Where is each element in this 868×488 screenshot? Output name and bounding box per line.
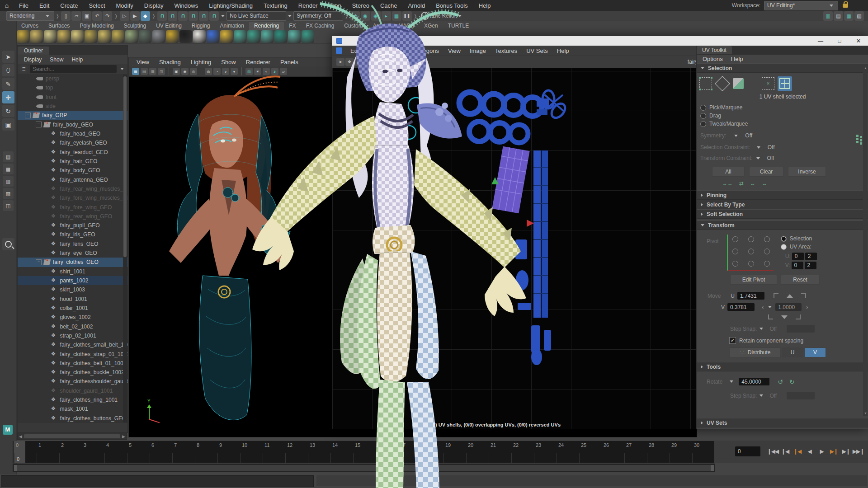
outliner-item[interactable]: − fairy_clothes_buttons_GEO (18, 414, 127, 423)
menu-item[interactable]: File (14, 2, 34, 9)
pivot-v-max-field[interactable]: 2 (805, 262, 816, 269)
minimize-button[interactable]: — (811, 38, 830, 44)
outliner-item[interactable]: − fairy_eyelash_GEO (18, 138, 127, 147)
outliner-item[interactable]: − skirt_1003 (18, 285, 127, 294)
retain-spacing-checkbox[interactable]: ✓ (729, 337, 736, 344)
symmetry-value[interactable]: Off (745, 132, 752, 139)
pane-layout-icon[interactable]: ▥ (3, 176, 14, 187)
outliner-item[interactable]: − fairy_head_GEO (18, 129, 127, 138)
pivot-selection-option[interactable]: Selection (781, 235, 817, 243)
selection-constraint-value[interactable]: Off (768, 144, 775, 150)
pivot-u-min-field[interactable]: 0 (792, 253, 804, 260)
section-selection[interactable]: Selection (697, 63, 868, 73)
search-input[interactable]: Search... (30, 65, 117, 73)
select-clear-button[interactable]: Clear (749, 167, 783, 177)
paint-select-tool-icon[interactable]: ✎ (2, 78, 14, 90)
tool-settings-toggle-icon[interactable]: ▤ (834, 11, 843, 21)
nudge-left-icon[interactable]: ‹ (762, 304, 764, 310)
nudge-up-left-icon[interactable] (774, 293, 778, 298)
step-back-frame-button[interactable]: ❙◀ (779, 446, 791, 457)
reset-pivot-button[interactable]: Reset (781, 275, 820, 285)
chevron-down-icon[interactable] (756, 157, 760, 160)
shelf-light-icon[interactable] (112, 30, 124, 43)
distribute-v-button[interactable]: V (804, 347, 826, 357)
outliner-item[interactable]: − gloves_1002 (18, 313, 127, 322)
edit-pivot-button[interactable]: Edit Pivot (730, 275, 777, 285)
toolkit-scrollbar[interactable]: ▲ ▼ (863, 66, 868, 416)
outliner-item[interactable]: − fairy_clothesshoulder_gaurd_ (18, 377, 127, 386)
shelf-shader-ball-icon[interactable] (179, 30, 192, 43)
select-border-icon[interactable]: ↔ (750, 180, 755, 187)
rotate-cw-icon[interactable]: ↻ (789, 378, 795, 385)
selection-mode-option[interactable]: Drag (700, 112, 868, 120)
current-time-field[interactable]: 0 (735, 446, 760, 456)
expander-icon[interactable]: − (36, 259, 42, 265)
shelf-light-icon[interactable] (57, 30, 70, 43)
shelf-tab[interactable]: Sculpting (119, 22, 151, 30)
filter-icon[interactable]: ☰ (20, 65, 28, 73)
shelf-shader-ball-icon[interactable] (166, 30, 179, 43)
pivot-u-max-field[interactable]: 2 (805, 253, 817, 260)
shelf-tab[interactable]: Curves (16, 22, 43, 30)
outliner-item[interactable]: − fairy_eye_GEO (18, 249, 127, 258)
pane-layout-icon[interactable]: ▧ (3, 188, 14, 199)
modeling-toolkit-toggle-icon[interactable]: ▧ (854, 11, 864, 21)
shelf-shader-ball-icon[interactable] (193, 30, 206, 43)
outliner-item[interactable]: − fairy_fore_wing_muscles_GEO (18, 193, 127, 202)
shelf-camera-icon[interactable] (125, 30, 138, 43)
scale-tool-icon[interactable]: ▣ (2, 118, 14, 131)
move-step-snap-value[interactable]: Off (769, 326, 777, 332)
outliner-item[interactable]: − fairy_antenna_GEO (18, 175, 127, 184)
outliner-item[interactable]: − mask_1001 (18, 404, 127, 413)
single-pane-layout-icon[interactable]: ▤ (3, 151, 14, 162)
rotate-tool-icon[interactable]: ↻ (2, 105, 14, 117)
expander-icon[interactable]: − (25, 113, 31, 118)
menu-item[interactable]: Create (55, 2, 83, 9)
chevron-down-icon[interactable] (760, 394, 763, 397)
shelf-light-icon[interactable] (98, 30, 111, 43)
save-scene-icon[interactable]: ▣ (82, 11, 91, 21)
outliner-item[interactable]: − fairy_body_GEO (18, 120, 127, 129)
close-button[interactable]: ✕ (849, 38, 868, 44)
shelf-light-icon[interactable] (17, 30, 29, 43)
rotate-step-snap-value[interactable]: Off (769, 393, 777, 399)
shelf-light-icon[interactable] (85, 30, 97, 43)
outliner-item[interactable]: − shoulder_gaurd_1001 (18, 386, 127, 395)
lasso-tool-icon[interactable]: ⬯ (2, 64, 14, 76)
shelf-tab[interactable]: Rigging (187, 22, 215, 30)
workspace-lock-icon[interactable] (843, 4, 848, 8)
menu-item[interactable]: Modify (111, 2, 139, 9)
nudge-down-left-icon[interactable] (768, 314, 773, 319)
select-component-icon[interactable]: ◆ (141, 11, 150, 21)
outliner-item[interactable]: − hood_1001 (18, 295, 127, 304)
distribute-u-button[interactable]: U (782, 347, 803, 357)
selection-mode-option[interactable]: Pick/Marquee (700, 103, 868, 112)
outliner-item[interactable]: − fairy_clothes_small_belt_1002 (18, 340, 127, 349)
shelf-shader-ball-icon[interactable] (207, 30, 219, 43)
nudge-right-icon[interactable]: › (806, 304, 808, 310)
outliner-menu[interactable]: Help (68, 56, 86, 63)
outliner-item[interactable]: − fairy_clothes_buckle_1002 (18, 368, 127, 377)
outliner-item[interactable]: − fairy_clothes_belt_01_1002 (18, 359, 127, 368)
nudge-up-icon[interactable] (787, 294, 793, 298)
outliner-item[interactable]: − fairy_pupil_GEO (18, 221, 127, 230)
grow-selection-icon[interactable]: ⇄ (739, 180, 744, 187)
uv-toolkit-tab[interactable]: UV Toolkit (697, 46, 732, 54)
zoom-tool-icon[interactable] (2, 238, 14, 250)
outliner-item[interactable]: − fairy_iris_GEO (18, 230, 127, 239)
menu-item[interactable]: Select (83, 2, 110, 9)
shelf-light-icon[interactable] (44, 30, 57, 43)
menu-item[interactable]: Display (139, 2, 169, 9)
outliner-item[interactable]: − fairy_tearduct_GEO (18, 148, 127, 157)
undo-icon[interactable]: ↶ (92, 11, 102, 21)
redo-icon[interactable]: ↷ (103, 11, 112, 21)
outliner-item[interactable]: − fairy_rear_wing_muscles_GEO (18, 184, 127, 193)
chevron-down-icon[interactable] (221, 15, 225, 17)
shelf-shader-ball-icon[interactable] (152, 30, 165, 43)
lasso-select-icon[interactable] (715, 76, 730, 91)
expander-icon[interactable]: − (36, 122, 42, 127)
shelf-tab[interactable]: Surfaces (43, 22, 75, 30)
step-forward-key-button[interactable]: ▶❙ (828, 446, 840, 457)
pivot-grid[interactable] (727, 235, 774, 271)
chevron-down-icon[interactable] (730, 380, 733, 383)
